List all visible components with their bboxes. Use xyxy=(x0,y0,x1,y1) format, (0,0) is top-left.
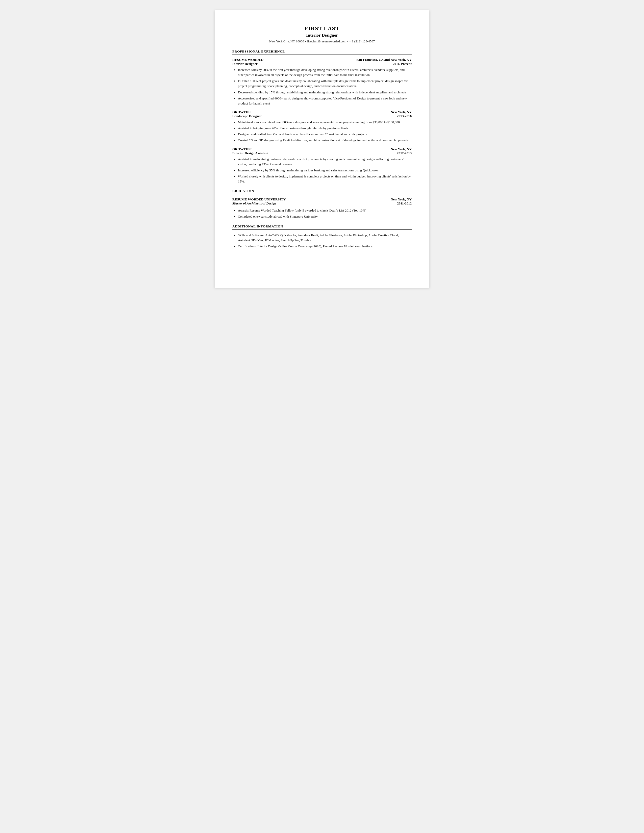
job-header-row-3: GROWTHSI New York, NY xyxy=(232,147,412,151)
company-name-2: GROWTHSI xyxy=(232,110,252,114)
bullet-item: Created 2D and 3D designs using Revit Ar… xyxy=(238,138,412,143)
additional-bullets: Skills and Software: AutoCAD, Quickbooks… xyxy=(238,233,412,249)
candidate-contact: New York City, NY 10000 • first.last@res… xyxy=(232,39,412,43)
bullet-item: Designed and drafted AutoCad and landsca… xyxy=(238,132,412,137)
additional-information-title: ADDITIONAL INFORMATION xyxy=(232,224,412,228)
edu-degree: Master of Architectural Design xyxy=(232,201,276,206)
job-entry-3: GROWTHSI New York, NY Interior Design As… xyxy=(232,147,412,184)
bullet-item: Fulfilled 100% of project goals and dead… xyxy=(238,79,412,88)
education-title: EDUCATION xyxy=(232,189,412,193)
edu-title-row: Master of Architectural Design 2011-2012 xyxy=(232,201,412,206)
job-bullets-1: Increased sales by 20% in the first year… xyxy=(238,68,412,106)
job-dates-1: 2016-Present xyxy=(393,62,412,66)
job-bullets-3: Assisted in maintaining business relatio… xyxy=(238,157,412,184)
professional-experience-section: PROFESSIONAL EXPERIENCE RESUME WORDED Sa… xyxy=(232,50,412,184)
candidate-name: FIRST LAST xyxy=(232,25,412,32)
bullet-item: Decreased spending by 15% through establ… xyxy=(238,90,412,95)
job-entry-2: GROWTHSI New York, NY Landscape Designer… xyxy=(232,110,412,143)
bullet-item: Assisted in maintaining business relatio… xyxy=(238,157,412,167)
bullet-item: Accessorized and specified 4000+ sq. ft.… xyxy=(238,96,412,106)
bullet-item: Assisted in bringing over 40% of new bus… xyxy=(238,126,412,131)
edu-entry-1: RESUME WORDED UNIVERSITY New York, NY Ma… xyxy=(232,198,412,219)
section-divider xyxy=(232,55,412,55)
bullet-item: Completed one-year study abroad with Sin… xyxy=(238,214,412,219)
section-divider-edu xyxy=(232,194,412,195)
bullet-item: Increased efficiency by 35% through main… xyxy=(238,168,412,173)
job-entry-1: RESUME WORDED San Francisco, CA and New … xyxy=(232,58,412,106)
edu-bullets: Awards: Resume Worded Teaching Fellow (o… xyxy=(238,208,412,219)
school-name: RESUME WORDED UNIVERSITY xyxy=(232,198,286,201)
job-header-row-1: RESUME WORDED San Francisco, CA and New … xyxy=(232,58,412,62)
resume-page: FIRST LAST Interior Designer New York Ci… xyxy=(215,10,429,288)
job-title-row-2: Landscape Designer 2013-2016 xyxy=(232,114,412,118)
additional-information-section: ADDITIONAL INFORMATION Skills and Softwa… xyxy=(232,224,412,249)
bullet-item: Maintained a success rate of over 80% as… xyxy=(238,120,412,125)
job-location-2: New York, NY xyxy=(391,110,412,114)
bullet-item: Awards: Resume Worded Teaching Fellow (o… xyxy=(238,208,412,213)
job-header-row-2: GROWTHSI New York, NY xyxy=(232,110,412,114)
job-title-1: Interior Designer xyxy=(232,62,258,66)
company-name-1: RESUME WORDED xyxy=(232,58,263,62)
bullet-item: Certifications: Interior Design Online C… xyxy=(238,244,412,249)
candidate-title: Interior Designer xyxy=(232,33,412,38)
job-dates-2: 2013-2016 xyxy=(397,114,412,118)
bullet-item: Increased sales by 20% in the first year… xyxy=(238,68,412,77)
job-dates-3: 2012-2013 xyxy=(397,151,412,155)
job-title-2: Landscape Designer xyxy=(232,114,262,118)
job-location-3: New York, NY xyxy=(391,147,412,151)
education-section: EDUCATION RESUME WORDED UNIVERSITY New Y… xyxy=(232,189,412,219)
job-title-row-1: Interior Designer 2016-Present xyxy=(232,62,412,66)
resume-header: FIRST LAST Interior Designer New York Ci… xyxy=(232,25,412,43)
job-title-3: Interior Design Assistant xyxy=(232,151,269,155)
edu-dates: 2011-2012 xyxy=(397,201,412,206)
job-bullets-2: Maintained a success rate of over 80% as… xyxy=(238,120,412,143)
edu-header-row: RESUME WORDED UNIVERSITY New York, NY xyxy=(232,198,412,201)
bullet-item: Worked closely with clients to design, i… xyxy=(238,174,412,184)
professional-experience-title: PROFESSIONAL EXPERIENCE xyxy=(232,50,412,53)
company-name-3: GROWTHSI xyxy=(232,147,252,151)
bullet-item: Skills and Software: AutoCAD, Quickbooks… xyxy=(238,233,412,243)
job-title-row-3: Interior Design Assistant 2012-2013 xyxy=(232,151,412,155)
job-location-1: San Francisco, CA and New York, NY xyxy=(356,58,412,62)
edu-location: New York, NY xyxy=(391,198,412,201)
